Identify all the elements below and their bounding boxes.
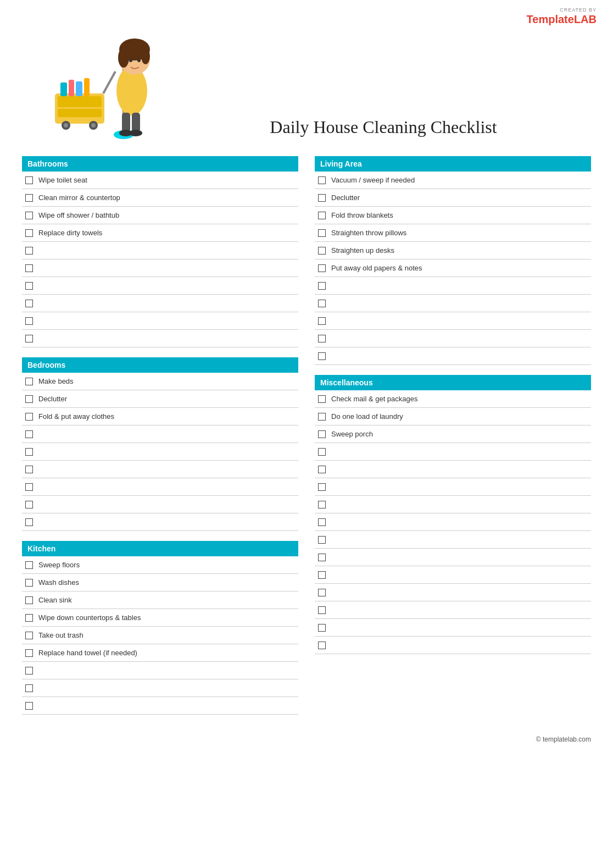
checkbox[interactable] <box>318 624 326 632</box>
checkbox[interactable] <box>25 194 33 202</box>
checklist-item[interactable]: Fold & put away clothes <box>22 408 298 425</box>
checklist-item[interactable]: Fold throw blankets <box>315 207 591 224</box>
checklist-item[interactable] <box>315 531 591 549</box>
checklist-item[interactable] <box>22 662 298 679</box>
checkbox[interactable] <box>318 571 326 579</box>
checklist-item[interactable] <box>315 496 591 513</box>
checklist-item[interactable]: Wipe toilet seat <box>22 172 298 189</box>
checklist-item[interactable] <box>315 443 591 461</box>
checklist-item[interactable] <box>22 425 298 443</box>
checklist-item[interactable]: Declutter <box>22 390 298 408</box>
checklist-item[interactable] <box>22 443 298 461</box>
checklist-item[interactable] <box>315 566 591 584</box>
checklist-item[interactable]: Wipe off shower / bathtub <box>22 207 298 224</box>
checkbox[interactable] <box>318 229 326 237</box>
checkbox[interactable] <box>318 194 326 202</box>
checklist-item[interactable] <box>315 312 591 330</box>
checkbox[interactable] <box>25 483 33 491</box>
checkbox[interactable] <box>318 483 326 491</box>
checklist-item[interactable] <box>22 330 298 347</box>
checklist-item[interactable] <box>22 242 298 259</box>
checklist-item[interactable] <box>315 601 591 619</box>
checkbox[interactable] <box>25 395 33 403</box>
checklist-item[interactable]: Straighten up desks <box>315 242 591 259</box>
checkbox[interactable] <box>318 317 326 325</box>
checkbox[interactable] <box>25 176 33 184</box>
checklist-item[interactable] <box>22 496 298 513</box>
checklist-item[interactable] <box>315 347 591 365</box>
checklist-item[interactable]: Put away old papers & notes <box>315 259 591 277</box>
checklist-item[interactable] <box>315 478 591 496</box>
checklist-item[interactable]: Clean mirror & countertop <box>22 189 298 207</box>
checkbox[interactable] <box>25 229 33 237</box>
checklist-item[interactable] <box>315 330 591 347</box>
checkbox[interactable] <box>318 554 326 561</box>
checklist-item[interactable]: Make beds <box>22 373 298 390</box>
checkbox[interactable] <box>25 378 33 385</box>
checkbox[interactable] <box>318 536 326 544</box>
checkbox[interactable] <box>25 430 33 438</box>
checklist-item[interactable] <box>315 295 591 312</box>
checklist-item[interactable] <box>22 513 298 531</box>
checklist-item[interactable]: Replace dirty towels <box>22 224 298 242</box>
checkbox[interactable] <box>318 300 326 307</box>
checkbox[interactable] <box>318 606 326 614</box>
checkbox[interactable] <box>318 466 326 473</box>
checkbox[interactable] <box>25 702 33 710</box>
checkbox[interactable] <box>25 561 33 569</box>
checklist-item[interactable] <box>22 312 298 330</box>
checkbox[interactable] <box>25 317 33 325</box>
checkbox[interactable] <box>318 589 326 596</box>
checkbox[interactable] <box>318 413 326 421</box>
checkbox[interactable] <box>25 282 33 290</box>
checklist-item[interactable] <box>315 277 591 295</box>
checklist-item[interactable] <box>22 478 298 496</box>
checkbox[interactable] <box>25 264 33 272</box>
checklist-item[interactable] <box>315 549 591 566</box>
checkbox[interactable] <box>25 501 33 508</box>
checkbox[interactable] <box>25 596 33 604</box>
checklist-item[interactable]: Sweep porch <box>315 425 591 443</box>
checkbox[interactable] <box>25 300 33 307</box>
checkbox[interactable] <box>318 352 326 360</box>
checkbox[interactable] <box>318 282 326 290</box>
checklist-item[interactable] <box>22 295 298 312</box>
checklist-item[interactable]: Check mail & get packages <box>315 390 591 408</box>
checklist-item[interactable] <box>315 461 591 478</box>
checkbox[interactable] <box>25 667 33 675</box>
checkbox[interactable] <box>25 448 33 456</box>
checklist-item[interactable]: Declutter <box>315 189 591 207</box>
checkbox[interactable] <box>25 579 33 587</box>
checklist-item[interactable] <box>22 697 298 715</box>
checkbox[interactable] <box>318 395 326 403</box>
checkbox[interactable] <box>25 466 33 473</box>
checkbox[interactable] <box>25 684 33 692</box>
checklist-item[interactable] <box>315 637 591 654</box>
checkbox[interactable] <box>25 247 33 255</box>
checklist-item[interactable] <box>22 679 298 697</box>
checkbox[interactable] <box>318 518 326 526</box>
checklist-item[interactable] <box>315 513 591 531</box>
checkbox[interactable] <box>25 632 33 639</box>
checkbox[interactable] <box>25 212 33 219</box>
checkbox[interactable] <box>25 649 33 657</box>
checklist-item[interactable] <box>315 619 591 637</box>
checkbox[interactable] <box>318 335 326 342</box>
checklist-item[interactable] <box>22 259 298 277</box>
checkbox[interactable] <box>318 430 326 438</box>
checkbox[interactable] <box>25 614 33 622</box>
checkbox[interactable] <box>318 212 326 219</box>
checklist-item[interactable] <box>315 584 591 601</box>
checkbox[interactable] <box>318 264 326 272</box>
checkbox[interactable] <box>318 448 326 456</box>
checklist-item[interactable]: Replace hand towel (if needed) <box>22 644 298 662</box>
checkbox[interactable] <box>25 335 33 342</box>
checklist-item[interactable] <box>22 461 298 478</box>
checkbox[interactable] <box>318 501 326 508</box>
checklist-item[interactable]: Wipe down countertops & tables <box>22 609 298 627</box>
checkbox[interactable] <box>25 518 33 526</box>
checklist-item[interactable]: Straighten throw pillows <box>315 224 591 242</box>
checklist-item[interactable]: Clean sink <box>22 591 298 609</box>
checkbox[interactable] <box>318 176 326 184</box>
checkbox[interactable] <box>25 413 33 421</box>
